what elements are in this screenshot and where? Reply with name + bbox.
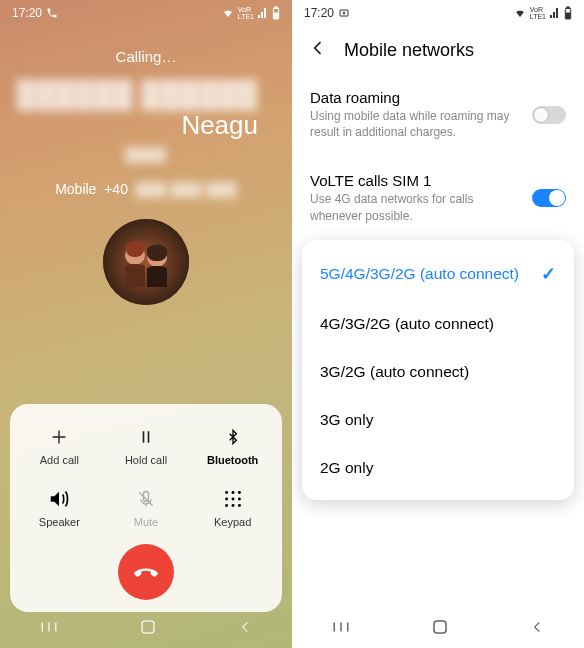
network-mode-option-1[interactable]: 4G/3G/2G (auto connect): [302, 300, 574, 348]
phone-status-icon: [46, 7, 58, 19]
nav-bar: [0, 614, 292, 644]
home-button[interactable]: [119, 616, 177, 642]
network-mode-option-3[interactable]: 3G only: [302, 396, 574, 444]
volte-row[interactable]: VoLTE calls SIM 1 Use 4G data networks f…: [310, 156, 566, 239]
network-mode-label: 2G only: [320, 459, 373, 477]
svg-point-13: [225, 504, 228, 507]
end-call-button[interactable]: [118, 544, 174, 600]
signal-icon: [257, 7, 269, 19]
home-button[interactable]: [411, 616, 469, 642]
svg-point-11: [231, 498, 234, 501]
network-mode-popup: 5G/4G/3G/2G (auto connect) ✓ 4G/3G/2G (a…: [302, 240, 574, 500]
add-call-label: Add call: [40, 454, 79, 466]
status-bar: 17:20 VoRLTE1: [292, 0, 584, 26]
data-roaming-title: Data roaming: [310, 89, 520, 106]
status-bar: 17:20 VoRLTE1: [0, 0, 292, 26]
speaker-button[interactable]: Speaker: [16, 480, 103, 534]
contact-name: Neagu: [181, 110, 258, 140]
call-header: Calling…: [0, 26, 292, 79]
svg-rect-2: [274, 13, 278, 18]
network-mode-option-4[interactable]: 2G only: [302, 444, 574, 492]
svg-point-12: [238, 498, 241, 501]
phone-prefix: +40: [104, 181, 128, 197]
volte-indicator: VoRLTE1: [530, 6, 546, 20]
svg-rect-16: [142, 621, 154, 633]
phone-number-blurred: ███ ███ ███: [136, 182, 237, 197]
svg-point-10: [225, 498, 228, 501]
hold-call-label: Hold call: [125, 454, 167, 466]
check-icon: ✓: [541, 263, 556, 285]
mute-button[interactable]: Mute: [103, 480, 190, 534]
network-mode-option-0[interactable]: 5G/4G/3G/2G (auto connect) ✓: [302, 248, 574, 300]
keypad-label: Keypad: [214, 516, 251, 528]
battery-icon: [272, 6, 280, 20]
contact-info: ██████ ██████ Neagu ████ Mobile +40 ███ …: [0, 79, 292, 305]
svg-point-18: [343, 12, 345, 14]
recent-apps-button[interactable]: [20, 618, 78, 640]
screenshot-icon: [338, 7, 350, 19]
call-status-label: Calling…: [0, 48, 292, 65]
volte-desc: Use 4G data networks for calls whenever …: [310, 191, 520, 223]
nav-bar: [292, 614, 584, 644]
volte-title: VoLTE calls SIM 1: [310, 172, 520, 189]
call-actions-panel: Add call Hold call Bluetooth Speaker Mut…: [10, 404, 282, 612]
svg-rect-1: [275, 7, 278, 8]
keypad-button[interactable]: Keypad: [189, 480, 276, 534]
wifi-icon: [513, 7, 527, 19]
back-button[interactable]: [510, 617, 564, 641]
phone-call-screen: 17:20 VoRLTE1 Calling… ██████ ██████ Nea…: [0, 0, 292, 648]
network-mode-label: 3G/2G (auto connect): [320, 363, 469, 381]
status-time: 17:20: [12, 6, 42, 20]
mute-icon: [136, 486, 156, 512]
wifi-icon: [221, 7, 235, 19]
speaker-icon: [47, 486, 71, 512]
bluetooth-label: Bluetooth: [207, 454, 258, 466]
plus-icon: [48, 424, 70, 450]
svg-rect-21: [566, 13, 570, 18]
svg-point-15: [238, 504, 241, 507]
recent-apps-button[interactable]: [312, 618, 370, 640]
volte-indicator: VoRLTE1: [238, 6, 254, 20]
svg-rect-3: [103, 219, 189, 305]
svg-point-7: [225, 491, 228, 494]
speaker-label: Speaker: [39, 516, 80, 528]
settings-title: Mobile networks: [344, 40, 474, 61]
battery-icon: [564, 6, 572, 20]
data-roaming-switch[interactable]: [532, 106, 566, 124]
network-mode-label: 3G only: [320, 411, 373, 429]
back-button[interactable]: [218, 617, 272, 641]
back-icon[interactable]: [308, 38, 328, 63]
bluetooth-icon: [225, 424, 241, 450]
svg-rect-22: [434, 621, 446, 633]
svg-rect-17: [340, 10, 348, 16]
keypad-icon: [222, 486, 244, 512]
svg-point-8: [231, 491, 234, 494]
network-mode-label: 4G/3G/2G (auto connect): [320, 315, 494, 333]
svg-rect-20: [567, 7, 570, 8]
data-roaming-desc: Using mobile data while roaming may resu…: [310, 108, 520, 140]
phone-type-label: Mobile: [55, 181, 96, 197]
add-call-button[interactable]: Add call: [16, 418, 103, 472]
settings-header: Mobile networks: [292, 26, 584, 73]
contact-avatar: [103, 219, 189, 305]
hold-call-button[interactable]: Hold call: [103, 418, 190, 472]
contact-name-blurred: ██████ ██████: [17, 79, 258, 110]
bluetooth-button[interactable]: Bluetooth: [189, 418, 276, 472]
svg-point-14: [231, 504, 234, 507]
pause-icon: [136, 424, 156, 450]
signal-icon: [549, 7, 561, 19]
status-time: 17:20: [304, 6, 334, 20]
network-mode-option-2[interactable]: 3G/2G (auto connect): [302, 348, 574, 396]
data-roaming-row[interactable]: Data roaming Using mobile data while roa…: [310, 73, 566, 156]
volte-switch[interactable]: [532, 189, 566, 207]
mute-label: Mute: [134, 516, 158, 528]
svg-point-9: [238, 491, 241, 494]
settings-screen: 17:20 VoRLTE1 Mobile networks Data roami…: [292, 0, 584, 648]
contact-extra-blurred: ████: [126, 147, 167, 162]
hangup-icon: [132, 558, 160, 586]
network-mode-label: 5G/4G/3G/2G (auto connect): [320, 265, 519, 283]
